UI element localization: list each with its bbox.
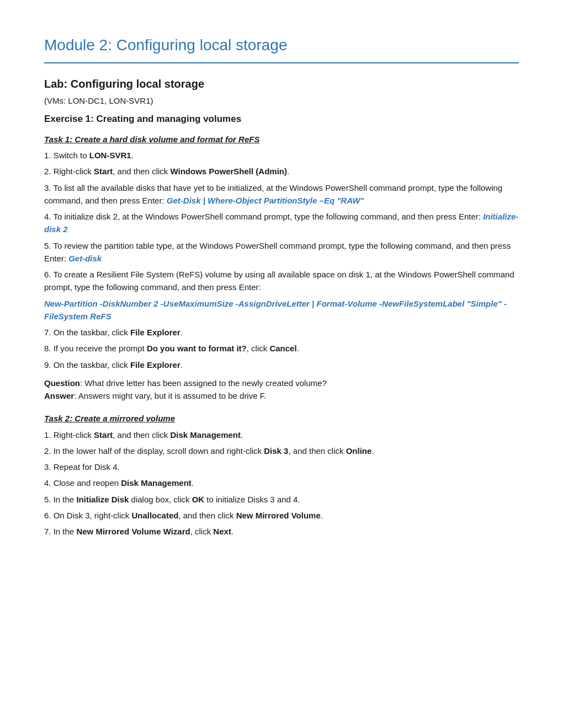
question-line: Question: What drive letter has been ass… bbox=[44, 377, 519, 389]
step-3: 3. To list all the available disks that … bbox=[44, 181, 519, 207]
step-5: 5. To review the partition table type, a… bbox=[44, 239, 519, 265]
task2-step-2: 2. In the lower half of the display, scr… bbox=[44, 445, 519, 457]
task2-step-4-num: 4. bbox=[44, 478, 54, 488]
exercise1-title: Exercise 1: Creating and managing volume… bbox=[44, 112, 519, 126]
step-4: 4. To initialize disk 2, at the Windows … bbox=[44, 210, 519, 236]
step-1: 1. Switch to LON-SVR1. bbox=[44, 149, 519, 162]
step-1-num: 1. bbox=[44, 151, 54, 160]
step-2-num: 2. bbox=[44, 167, 54, 176]
task2-step-1-bold2: Disk Management bbox=[170, 430, 241, 440]
task2-step-7-bold1: New Mirrored Volume Wizard bbox=[76, 527, 190, 536]
task2-step-1-bold1: Start bbox=[94, 430, 113, 440]
lab-title: Lab: Configuring local storage bbox=[44, 76, 519, 93]
step-6: 6. To create a Resilient File System (Re… bbox=[44, 268, 519, 294]
task2-step-6-bold2: New Mirrored Volume bbox=[236, 511, 321, 520]
task2-title: Task 2: Create a mirrored volume bbox=[44, 412, 519, 425]
task2-step-3: 3. Repeat for Disk 4. bbox=[44, 461, 519, 473]
step-2-bold1: Start bbox=[94, 167, 113, 176]
step-7-bold: File Explorer bbox=[130, 328, 180, 337]
task2-step-7-bold2: Next bbox=[213, 527, 231, 536]
step-2-bold2: Windows PowerShell (Admin) bbox=[170, 167, 287, 176]
task1-title: Task 1: Create a hard disk volume and fo… bbox=[44, 133, 519, 146]
step-1-bold: LON-SVR1 bbox=[89, 151, 131, 160]
step-8: 8. If you receive the prompt Do you want… bbox=[44, 342, 519, 355]
page-title: Module 2: Configuring local storage bbox=[44, 33, 519, 63]
step-4-cmd: Initialize-disk 2 bbox=[44, 212, 518, 234]
step-2: 2. Right-click Start, and then click Win… bbox=[44, 165, 519, 178]
task2-step-4: 4. Close and reopen Disk Management. bbox=[44, 477, 519, 489]
vms-line: (VMs: LON-DC1, LON-SVR1) bbox=[44, 94, 519, 107]
step-6-cmd-block: New-Partition -DiskNumber 2 -UseMaximumS… bbox=[44, 297, 519, 323]
step-8-bold2: Cancel bbox=[269, 344, 296, 353]
step-9-bold: File Explorer bbox=[130, 360, 180, 370]
qa-block: Question: What drive letter has been ass… bbox=[44, 377, 519, 403]
step-4-num: 4. bbox=[44, 212, 53, 221]
step-5-cmd: Get-disk bbox=[68, 254, 102, 263]
step-6-num: 6. bbox=[44, 270, 53, 279]
task2-step-5: 5. In the Initialize Disk dialog box, cl… bbox=[44, 493, 519, 506]
task2-step-2-num: 2. bbox=[44, 446, 54, 456]
step-9: 9. On the taskbar, click File Explorer. bbox=[44, 358, 519, 371]
step-3-cmd: Get-Disk | Where-Object PartitionStyle –… bbox=[167, 196, 364, 205]
task2-step-5-bold2: OK bbox=[192, 495, 205, 504]
step-7: 7. On the taskbar, click File Explorer. bbox=[44, 326, 519, 339]
answer-line: Answer: Answers might vary, but it is as… bbox=[44, 389, 519, 402]
task2-step-1-num: 1. bbox=[44, 430, 54, 440]
step-6-cmd: New-Partition -DiskNumber 2 -UseMaximumS… bbox=[44, 299, 507, 321]
question-label: Question bbox=[44, 378, 80, 388]
answer-label: Answer bbox=[44, 391, 74, 400]
task2-step-6-bold1: Unallocated bbox=[131, 511, 178, 520]
step-3-num: 3. bbox=[44, 183, 53, 192]
task2-step-7-num: 7. bbox=[44, 527, 54, 536]
step-7-num: 7. bbox=[44, 328, 54, 337]
task2-step-4-bold: Disk Management bbox=[121, 478, 192, 488]
step-8-bold1: Do you want to format it? bbox=[147, 344, 247, 353]
step-5-num: 5. bbox=[44, 241, 53, 250]
task2-step-5-num: 5. bbox=[44, 495, 54, 504]
task2-step-5-bold1: Initialize Disk bbox=[76, 495, 129, 504]
task2-step-6: 6. On Disk 3, right-click Unallocated, a… bbox=[44, 509, 519, 522]
task2-step-2-bold1: Disk 3 bbox=[264, 446, 288, 456]
task2-step-7: 7. In the New Mirrored Volume Wizard, cl… bbox=[44, 525, 519, 538]
step-8-num: 8. bbox=[44, 344, 54, 353]
task2-step-6-num: 6. bbox=[44, 511, 54, 520]
task2-step-3-num: 3. bbox=[44, 462, 54, 472]
step-9-num: 9. bbox=[44, 360, 54, 370]
task2-step-1: 1. Right-click Start, and then click Dis… bbox=[44, 429, 519, 441]
task2-step-2-bold2: Online bbox=[346, 446, 372, 456]
